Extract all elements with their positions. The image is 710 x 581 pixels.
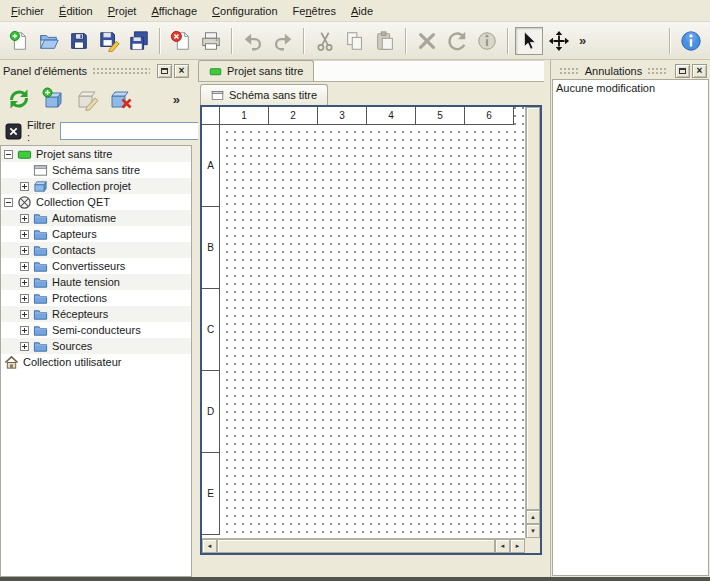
tab-projet-sans-titre[interactable]: Projet sans titre	[198, 60, 314, 81]
expand-expander-icon[interactable]	[20, 182, 29, 191]
toolbar-extension-button[interactable]: »	[575, 33, 590, 48]
scissors-icon	[314, 30, 336, 52]
save-all-button[interactable]	[125, 27, 153, 55]
tree-item-schema-sans-titre[interactable]: Schéma sans titre	[1, 162, 191, 178]
qet-main-window: Fichier Édition Projet Affichage Configu…	[0, 0, 710, 581]
about-qet-button[interactable]	[677, 27, 705, 55]
menu-projet[interactable]: Projet	[101, 2, 144, 20]
tree-item-convertisseurs[interactable]: Convertisseurs	[1, 258, 191, 274]
edit-element-icon	[75, 87, 99, 111]
dock-grip	[647, 67, 668, 75]
schema-paper[interactable]: 1 2 3 4 5 6 A B C D E	[202, 107, 525, 538]
tree-item-haute-tension[interactable]: Haute tension	[1, 274, 191, 290]
tree-item-collection-utilisateur[interactable]: Collection utilisateur	[1, 354, 191, 370]
scroll-up-button[interactable]: ▲	[526, 510, 540, 524]
close-file-button[interactable]	[167, 27, 195, 55]
tree-item-recepteurs[interactable]: Récepteurs	[1, 306, 191, 322]
dock-grip	[559, 67, 580, 75]
expand-expander-icon[interactable]	[20, 310, 29, 319]
expand-expander-icon[interactable]	[20, 278, 29, 287]
toolbar-separator	[507, 28, 509, 54]
menu-configuration[interactable]: Configuration	[205, 2, 284, 20]
menu-aide[interactable]: Aide	[344, 2, 380, 20]
element-info-button[interactable]	[473, 27, 501, 55]
tree-item-semi-conducteurs[interactable]: Semi-conducteurs	[1, 322, 191, 338]
float-dock-button[interactable]	[675, 64, 690, 78]
close-dock-button[interactable]: ×	[174, 64, 189, 78]
expand-expander-icon[interactable]	[20, 262, 29, 271]
folder-icon	[33, 275, 48, 290]
vertical-scrollbar-thumb[interactable]	[526, 107, 540, 510]
save-as-button[interactable]	[95, 27, 123, 55]
row-header: B	[202, 207, 220, 289]
elements-panel-titlebar[interactable]: Panel d'éléments ×	[0, 62, 192, 79]
expand-expander-icon[interactable]	[20, 342, 29, 351]
horizontal-scrollbar-thumb[interactable]	[217, 539, 495, 553]
collapse-expander-icon[interactable]	[4, 150, 13, 159]
copy-pages-icon	[344, 30, 366, 52]
redo-button[interactable]	[269, 27, 297, 55]
row-header: E	[202, 453, 220, 535]
undo-button[interactable]	[239, 27, 267, 55]
menu-edition[interactable]: Édition	[52, 2, 100, 20]
expand-expander-icon[interactable]	[20, 294, 29, 303]
save-button[interactable]	[65, 27, 93, 55]
new-file-button[interactable]	[5, 27, 33, 55]
tree-item-sources[interactable]: Sources	[1, 338, 191, 354]
menu-affichage[interactable]: Affichage	[144, 2, 204, 20]
cut-button[interactable]	[311, 27, 339, 55]
close-dock-button[interactable]: ×	[692, 64, 707, 78]
schema-icon	[211, 89, 224, 102]
tree-item-projet-sans-titre[interactable]: Projet sans titre	[1, 146, 191, 162]
print-button[interactable]	[197, 27, 225, 55]
undo-list[interactable]: Aucune modification	[552, 79, 709, 576]
elements-panel-dock: Panel d'éléments × » Filtrer : Projet sa…	[0, 60, 192, 577]
expand-expander-icon[interactable]	[20, 214, 29, 223]
tree-item-collection-qet[interactable]: Collection QET	[1, 194, 191, 210]
selection-mode-button[interactable]	[515, 27, 543, 55]
reload-collections-button[interactable]	[4, 84, 34, 114]
scroll-left-button[interactable]: ◄	[202, 539, 217, 553]
schema-tabbar: Schéma sans titre	[198, 82, 544, 105]
tree-item-collection-projet[interactable]: Collection projet	[1, 178, 191, 194]
floppy-all-icon	[128, 30, 150, 52]
scroll-left-button[interactable]: ◄	[495, 539, 510, 553]
open-file-button[interactable]	[35, 27, 63, 55]
tree-item-contacts[interactable]: Contacts	[1, 242, 191, 258]
tree-item-automatisme[interactable]: Automatisme	[1, 210, 191, 226]
expand-expander-icon[interactable]	[20, 246, 29, 255]
project-icon	[209, 65, 222, 78]
workspace: Projet sans titre Schéma sans titre 1	[192, 60, 550, 577]
tree-item-capteurs[interactable]: Capteurs	[1, 226, 191, 242]
expand-expander-icon[interactable]	[20, 326, 29, 335]
tree-item-protections[interactable]: Protections	[1, 290, 191, 306]
menu-fenetres[interactable]: Fenêtres	[286, 2, 343, 20]
scroll-down-button[interactable]: ▼	[526, 524, 540, 538]
menu-fichier[interactable]: Fichier	[4, 2, 51, 20]
clear-filter-icon[interactable]	[5, 123, 22, 140]
edit-element-button[interactable]	[72, 84, 102, 114]
scroll-right-button[interactable]: ►	[510, 539, 525, 553]
tree-item-label: Haute tension	[52, 276, 120, 288]
paste-button[interactable]	[371, 27, 399, 55]
vertical-scrollbar[interactable]: ▲ ▼	[525, 107, 540, 538]
rotate-button[interactable]	[443, 27, 471, 55]
main-toolbar: »	[0, 22, 710, 60]
undo-empty-text: Aucune modification	[556, 82, 655, 94]
collapse-expander-icon[interactable]	[4, 198, 13, 207]
qet-collection-icon	[17, 195, 32, 210]
delete-button[interactable]	[413, 27, 441, 55]
filter-input[interactable]	[60, 122, 210, 140]
new-element-button[interactable]	[38, 84, 68, 114]
copy-button[interactable]	[341, 27, 369, 55]
horizontal-scrollbar[interactable]: ◄ ◄ ►	[202, 538, 525, 553]
column-header: 2	[269, 107, 318, 125]
delete-element-button[interactable]	[106, 84, 136, 114]
visualisation-mode-button[interactable]	[545, 27, 573, 55]
panel-toolbar-extension-button[interactable]: »	[169, 92, 184, 107]
expand-expander-icon[interactable]	[20, 230, 29, 239]
undo-panel-titlebar[interactable]: Annulations ×	[551, 62, 710, 79]
float-dock-button[interactable]	[157, 64, 172, 78]
schema-view[interactable]: 1 2 3 4 5 6 A B C D E	[200, 105, 542, 555]
tab-schema-sans-titre[interactable]: Schéma sans titre	[200, 84, 328, 105]
